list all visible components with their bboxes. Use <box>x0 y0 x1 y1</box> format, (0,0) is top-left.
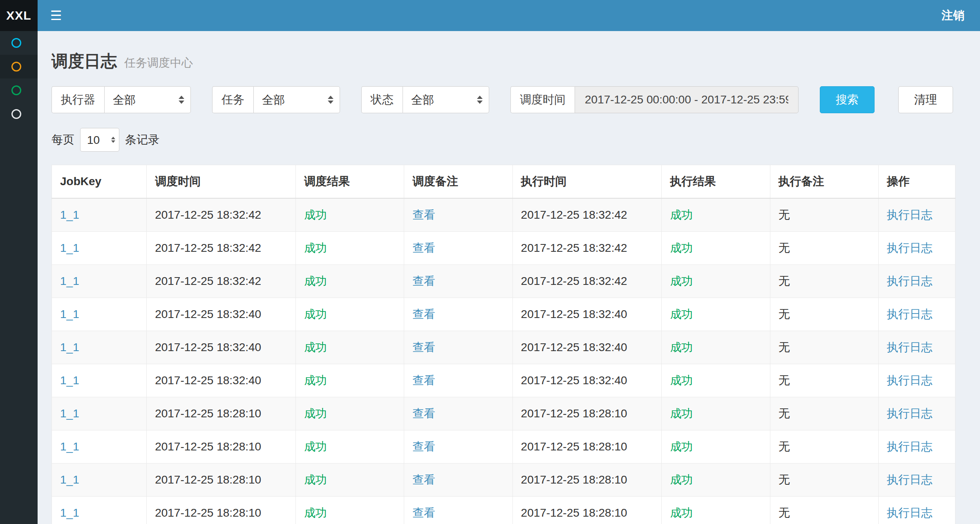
trigger-time-cell: 2017-12-25 18:32:40 <box>147 331 296 364</box>
handle-time-cell: 2017-12-25 18:32:40 <box>512 331 662 364</box>
handle-msg-cell: 无 <box>770 497 878 524</box>
trigger-msg-cell: 查看 <box>404 430 512 464</box>
action-cell: 执行日志 <box>879 430 955 464</box>
jobkey-link[interactable]: 1_1 <box>60 374 79 387</box>
view-trigger-msg-link[interactable]: 查看 <box>412 341 435 354</box>
table-row: 1_1 2017-12-25 18:32:40 成功 查看 2017-12-25… <box>52 331 955 364</box>
page-size-select[interactable]: 10 <box>80 128 119 152</box>
view-trigger-msg-link[interactable]: 查看 <box>412 242 435 254</box>
handle-result-cell: 成功 <box>662 397 770 430</box>
handle-result-cell: 成功 <box>662 364 770 397</box>
search-button[interactable]: 搜索 <box>820 86 875 113</box>
sidebar-item-2[interactable] <box>0 55 38 78</box>
view-trigger-msg-link[interactable]: 查看 <box>412 440 435 453</box>
table-row: 1_1 2017-12-25 18:28:10 成功 查看 2017-12-25… <box>52 464 955 497</box>
sidebar-item-3[interactable] <box>0 78 38 102</box>
handle-result-text: 成功 <box>670 341 693 354</box>
execution-log-link[interactable]: 执行日志 <box>887 341 933 354</box>
trigger-msg-cell: 查看 <box>404 397 512 430</box>
jobkey-link[interactable]: 1_1 <box>60 407 79 420</box>
table-row: 1_1 2017-12-25 18:28:10 成功 查看 2017-12-25… <box>52 430 955 464</box>
jobkey-link[interactable]: 1_1 <box>60 473 79 486</box>
trigger-result-text: 成功 <box>304 440 327 453</box>
handle-time-cell: 2017-12-25 18:32:40 <box>512 364 662 397</box>
job-select[interactable]: 全部 <box>253 86 340 113</box>
jobkey-link[interactable]: 1_1 <box>60 308 79 320</box>
jobkey-link[interactable]: 1_1 <box>60 208 79 221</box>
sidebar-item-1[interactable] <box>0 31 38 55</box>
trigger-time-range-input[interactable] <box>575 86 799 113</box>
execution-log-link[interactable]: 执行日志 <box>887 440 933 453</box>
action-cell: 执行日志 <box>879 198 955 232</box>
execution-log-link[interactable]: 执行日志 <box>887 407 933 420</box>
hamburger-icon: ☰ <box>50 9 62 22</box>
view-trigger-msg-link[interactable]: 查看 <box>412 374 435 387</box>
handle-result-text: 成功 <box>670 473 693 486</box>
view-trigger-msg-link[interactable]: 查看 <box>412 506 435 519</box>
trigger-time-cell: 2017-12-25 18:32:42 <box>147 198 296 232</box>
handle-msg-cell: 无 <box>770 364 878 397</box>
handle-msg-cell: 无 <box>770 464 878 497</box>
execution-log-link[interactable]: 执行日志 <box>887 473 933 486</box>
handle-result-cell: 成功 <box>662 331 770 364</box>
page-size-row: 每页 10 条记录 <box>51 128 962 152</box>
execution-log-link[interactable]: 执行日志 <box>887 374 933 387</box>
execution-log-link[interactable]: 执行日志 <box>887 275 933 287</box>
trigger-result-text: 成功 <box>304 308 327 320</box>
executor-select[interactable]: 全部 <box>104 86 191 113</box>
trigger-msg-cell: 查看 <box>404 364 512 397</box>
handle-time-cell: 2017-12-25 18:28:10 <box>512 464 662 497</box>
handle-time-cell: 2017-12-25 18:32:42 <box>512 265 662 298</box>
trigger-time-cell: 2017-12-25 18:28:10 <box>147 430 296 464</box>
top-navbar: XXL ☰ 注销 <box>0 0 980 31</box>
handle-result-text: 成功 <box>670 407 693 420</box>
trigger-msg-cell: 查看 <box>404 265 512 298</box>
jobkey-link[interactable]: 1_1 <box>60 341 79 354</box>
logout-link[interactable]: 注销 <box>942 8 964 23</box>
execution-log-link[interactable]: 执行日志 <box>887 242 933 254</box>
execution-log-link[interactable]: 执行日志 <box>887 208 933 221</box>
trigger-result-cell: 成功 <box>295 232 404 265</box>
executor-filter-label: 执行器 <box>51 86 104 113</box>
executor-filter: 执行器 全部 <box>51 86 191 113</box>
trigger-time-cell: 2017-12-25 18:32:40 <box>147 364 296 397</box>
action-cell: 执行日志 <box>879 265 955 298</box>
clear-button[interactable]: 清理 <box>898 86 953 113</box>
view-trigger-msg-link[interactable]: 查看 <box>412 473 435 486</box>
trigger-time-filter: 调度时间 <box>510 86 799 113</box>
sidebar-item-4[interactable] <box>0 102 38 126</box>
jobkey-cell: 1_1 <box>52 331 147 364</box>
handle-result-text: 成功 <box>670 208 693 221</box>
view-trigger-msg-link[interactable]: 查看 <box>412 275 435 287</box>
main-content: 调度日志 任务调度中心 执行器 全部 任务 全部 <box>38 31 980 524</box>
trigger-result-cell: 成功 <box>295 265 404 298</box>
jobkey-link[interactable]: 1_1 <box>60 440 79 453</box>
table-row: 1_1 2017-12-25 18:32:42 成功 查看 2017-12-25… <box>52 198 955 232</box>
trigger-time-cell: 2017-12-25 18:32:40 <box>147 298 296 331</box>
action-cell: 执行日志 <box>879 364 955 397</box>
jobkey-link[interactable]: 1_1 <box>60 275 79 287</box>
log-table: JobKey 调度时间 调度结果 调度备注 执行时间 执行结果 执行备注 操作 … <box>51 165 955 524</box>
table-row: 1_1 2017-12-25 18:32:42 成功 查看 2017-12-25… <box>52 232 955 265</box>
view-trigger-msg-link[interactable]: 查看 <box>412 208 435 221</box>
trigger-result-text: 成功 <box>304 506 327 519</box>
view-trigger-msg-link[interactable]: 查看 <box>412 407 435 420</box>
jobkey-cell: 1_1 <box>52 497 147 524</box>
view-trigger-msg-link[interactable]: 查看 <box>412 308 435 320</box>
handle-msg-cell: 无 <box>770 232 878 265</box>
trigger-time-filter-label: 调度时间 <box>510 86 575 113</box>
jobkey-link[interactable]: 1_1 <box>60 506 79 519</box>
handle-time-cell: 2017-12-25 18:32:40 <box>512 298 662 331</box>
circle-icon <box>11 85 21 95</box>
trigger-result-text: 成功 <box>304 407 327 420</box>
sidebar-toggle-button[interactable]: ☰ <box>38 0 74 31</box>
jobkey-cell: 1_1 <box>52 430 147 464</box>
execution-log-link[interactable]: 执行日志 <box>887 308 933 320</box>
jobkey-link[interactable]: 1_1 <box>60 242 79 254</box>
status-select[interactable]: 全部 <box>403 86 489 113</box>
handle-time-cell: 2017-12-25 18:28:10 <box>512 497 662 524</box>
job-filter: 任务 全部 <box>212 86 340 113</box>
execution-log-link[interactable]: 执行日志 <box>887 506 933 519</box>
page-subtitle: 任务调度中心 <box>124 55 193 71</box>
handle-result-text: 成功 <box>670 506 693 519</box>
